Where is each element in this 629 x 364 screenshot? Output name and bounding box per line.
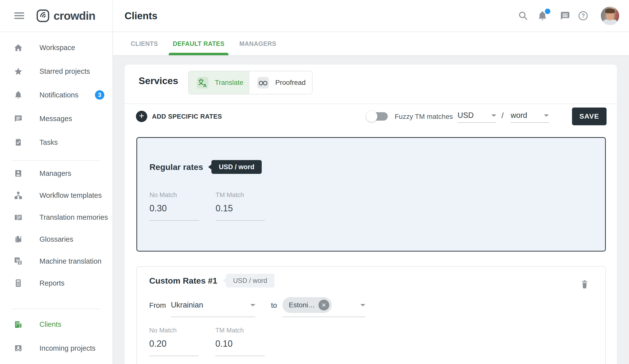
sidebar-divider — [12, 160, 100, 161]
sidebar-item-label: Starred projects — [39, 67, 90, 75]
rate-input[interactable]: 0.30 — [150, 203, 199, 221]
crowdin-logo-icon — [36, 9, 50, 22]
proofread-label: Proofread — [275, 79, 306, 87]
star-icon — [14, 67, 23, 76]
target-language-select[interactable]: Estoni… × — [283, 293, 365, 317]
sidebar-item-workflow-templates[interactable]: Workflow templates — [0, 184, 113, 206]
sidebar-item-glossaries[interactable]: Glossaries — [0, 228, 113, 250]
sidebar-item-translation-memories[interactable]: Translation memories — [0, 206, 113, 228]
svg-text:?: ? — [581, 12, 585, 19]
crowdin-logo[interactable]: crowdin — [36, 8, 95, 23]
search-icon[interactable] — [518, 10, 529, 21]
rate-field-no-match: No Match 0.30 — [150, 191, 199, 221]
custom-rates-unit-badge: USD / word — [226, 274, 275, 288]
sidebar-item-label: Workspace — [39, 44, 75, 52]
inbox-down-icon — [14, 344, 23, 353]
tm-card-icon — [14, 213, 23, 222]
sidebar-item-clients[interactable]: Clients — [0, 313, 113, 335]
add-specific-rates-button[interactable]: ADD SPECIFIC RATES — [152, 113, 222, 120]
sidebar-item-starred-projects[interactable]: Starred projects — [0, 60, 113, 82]
notifications-bell-icon[interactable] — [537, 10, 548, 21]
messages-icon[interactable] — [560, 10, 571, 21]
chat-icon — [14, 114, 23, 123]
save-button[interactable]: SAVE — [572, 108, 607, 125]
rate-field-label: No Match — [150, 191, 199, 199]
rate-input[interactable]: 0.20 — [149, 338, 199, 356]
bell-icon — [14, 91, 23, 99]
chevron-down-icon — [250, 304, 255, 306]
sidebar-divider — [12, 309, 100, 309]
notification-dot — [545, 9, 550, 14]
fuzzy-tm-label: Fuzzy TM matches — [395, 113, 453, 121]
currency-unit-separator: / — [501, 111, 504, 120]
svg-text:A: A — [203, 83, 206, 88]
tab-bar: CLIENTS DEFAULT RATES MANAGERS — [113, 32, 629, 55]
service-type-switcher: A Translate Proofread — [188, 71, 313, 95]
sidebar-item-label: Managers — [39, 169, 71, 178]
translate-icon: A — [197, 77, 208, 89]
sidebar-item-label: Clients — [39, 320, 61, 329]
sidebar-item-tasks[interactable]: Tasks — [0, 131, 113, 153]
remove-language-icon[interactable]: × — [318, 300, 329, 310]
sidebar-item-workspace[interactable]: Workspace — [0, 36, 113, 59]
currency-select[interactable]: USD — [458, 109, 496, 123]
sidebar-item-label: Notifications — [39, 91, 78, 99]
machine-translation-icon: G — [14, 257, 23, 266]
services-heading: Services — [139, 75, 178, 86]
unit-select[interactable]: word — [511, 109, 549, 123]
building-icon — [14, 320, 23, 329]
chevron-down-icon — [491, 115, 496, 117]
to-label: to — [271, 301, 277, 310]
sidebar-item-managers[interactable]: Managers — [0, 162, 113, 184]
target-language-chip[interactable]: Estoni… × — [283, 297, 332, 313]
translate-service-button[interactable]: A Translate — [189, 71, 249, 94]
rate-field-no-match: No Match 0.20 — [149, 327, 199, 356]
currency-value: USD — [458, 111, 473, 120]
sidebar-item-incoming-projects[interactable]: Incoming projects — [0, 337, 113, 359]
sidebar-item-notifications[interactable]: Notifications 3 — [0, 84, 113, 106]
sidebar-item-label: Messages — [39, 115, 72, 123]
regular-rates-title: Regular rates — [150, 162, 203, 172]
page-title: Clients — [125, 10, 157, 21]
tab-managers[interactable]: MANAGERS — [235, 32, 280, 55]
sidebar-item-machine-translation[interactable]: G Machine translation — [0, 250, 113, 272]
crowdin-logo-text: crowdin — [53, 9, 95, 22]
rate-input[interactable]: 0.10 — [215, 338, 265, 356]
sidebar-item-label: Translation memories — [39, 213, 108, 222]
unit-value: word — [511, 111, 527, 120]
regular-rates-unit-badge: USD / word — [211, 160, 262, 174]
glasses-icon — [257, 77, 269, 89]
rate-field-label: TM Match — [216, 191, 265, 199]
default-rates-panel: Services A Translate — [125, 65, 617, 364]
regular-rates-card: Regular rates USD / word No Match 0.30 T… — [136, 137, 606, 251]
rate-field-label: TM Match — [215, 327, 265, 334]
books-icon — [14, 235, 23, 244]
rate-input[interactable]: 0.15 — [216, 203, 265, 221]
person-card-icon — [14, 169, 23, 178]
delete-rates-trash-icon[interactable] — [580, 279, 590, 291]
fuzzy-tm-toggle[interactable] — [366, 111, 388, 122]
add-rates-plus-icon[interactable]: + — [136, 111, 147, 122]
help-icon[interactable]: ? — [578, 10, 589, 21]
notifications-count-badge: 3 — [95, 90, 104, 100]
crowdin-app: crowdin Workspace Starred projects Notif… — [0, 0, 629, 364]
chevron-down-icon — [360, 304, 365, 306]
sidebar-item-label: Reports — [39, 279, 65, 287]
from-label: From — [149, 301, 166, 310]
content-area: Services A Translate — [113, 55, 629, 364]
proofread-service-button[interactable]: Proofread — [249, 71, 312, 94]
sidebar-item-label: Tasks — [39, 138, 58, 146]
clipboard-check-icon — [14, 138, 23, 147]
rate-field-tm-match: TM Match 0.10 — [215, 327, 265, 356]
rates-toolbar: + ADD SPECIFIC RATES Fuzzy TM matches US… — [125, 104, 617, 129]
source-language-select[interactable]: Ukrainian — [171, 293, 255, 317]
workflow-icon — [14, 191, 23, 200]
tab-clients[interactable]: CLIENTS — [127, 32, 162, 55]
sidebar-item-reports[interactable]: Reports — [0, 272, 113, 294]
sidebar-item-messages[interactable]: Messages — [0, 108, 113, 130]
custom-rates-card: Custom Rates #1 USD / word From Ukrainia… — [136, 266, 606, 364]
menu-icon[interactable] — [14, 12, 24, 19]
sidebar-item-label: Glossaries — [39, 235, 73, 243]
tab-default-rates[interactable]: DEFAULT RATES — [169, 32, 228, 55]
user-avatar[interactable] — [601, 7, 619, 25]
